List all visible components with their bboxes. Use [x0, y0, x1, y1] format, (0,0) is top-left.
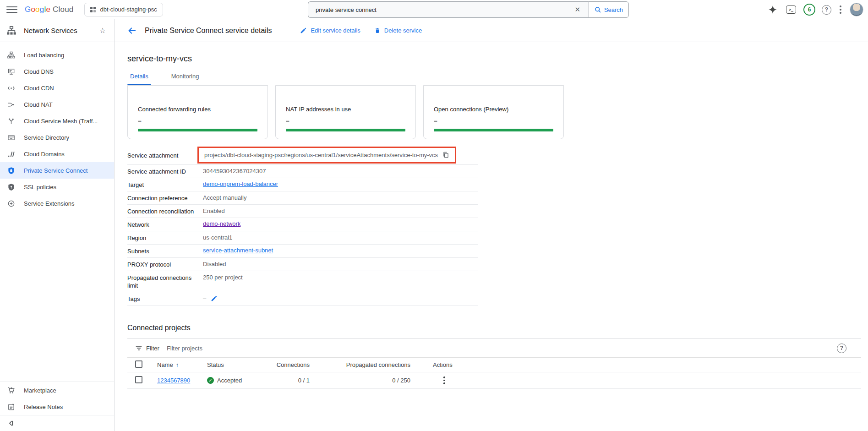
- marketplace-icon: [6, 387, 16, 394]
- column-header-name[interactable]: Name: [157, 361, 173, 368]
- gemini-icon[interactable]: [767, 4, 779, 16]
- sidebar-nav: Load balancing Cloud DNS Cloud CDN Cloud…: [0, 42, 114, 212]
- menu-icon[interactable]: [6, 4, 17, 15]
- service-attachment-value: projects/dbt-cloud-staging-psc/regions/u…: [204, 151, 438, 159]
- cloud-shell-icon[interactable]: >_: [785, 4, 797, 16]
- back-button[interactable]: [126, 24, 138, 37]
- sidebar-item-cloud-cdn[interactable]: Cloud CDN: [0, 80, 114, 96]
- collapse-sidebar-icon: [7, 420, 15, 427]
- search-input[interactable]: [316, 6, 571, 13]
- target-link[interactable]: demo-onprem-load-balancer: [203, 180, 278, 187]
- tab-monitoring[interactable]: Monitoring: [169, 73, 202, 85]
- detail-value: 3044593042367024307: [203, 167, 266, 175]
- detail-value: us-central1: [203, 234, 232, 241]
- page-title: Private Service Connect service details: [145, 27, 272, 35]
- detail-row-propagated-connections-limit: Propagated connections limit 250 per pro…: [127, 271, 478, 292]
- sidebar-item-cloud-service-mesh[interactable]: Cloud Service Mesh (Traff...: [0, 113, 114, 129]
- sidebar-item-label: Cloud Domains: [24, 151, 65, 158]
- detail-value: Enabled: [203, 207, 225, 215]
- sidebar-item-marketplace[interactable]: Marketplace: [0, 382, 114, 398]
- sort-ascending-icon[interactable]: ↑: [176, 362, 179, 368]
- sidebar-item-load-balancing[interactable]: Load balancing: [0, 47, 114, 63]
- load-balancing-icon: [6, 51, 16, 59]
- collapse-sidebar-button[interactable]: [0, 415, 114, 431]
- card-label: Open connections (Preview): [434, 106, 553, 113]
- avatar[interactable]: [850, 3, 863, 16]
- card-open-connections: Open connections (Preview) –: [423, 85, 564, 139]
- help-icon[interactable]: ?: [822, 5, 831, 15]
- row-actions-menu-icon[interactable]: [441, 374, 448, 387]
- service-name: service-to-my-vcs: [127, 54, 861, 64]
- column-header-actions: Actions: [410, 361, 861, 368]
- top-right-icons: >_ 6 ?: [767, 0, 863, 19]
- detail-row-target: Target demo-onprem-load-balancer: [127, 178, 478, 191]
- sidebar-item-ssl-policies[interactable]: SSL policies: [0, 179, 114, 195]
- detail-label: PROXY protocol: [127, 260, 203, 268]
- notifications-badge[interactable]: 6: [803, 4, 815, 16]
- project-link[interactable]: 1234567890: [157, 377, 190, 384]
- sidebar-item-label: Cloud NAT: [24, 101, 53, 108]
- network-services-icon: [6, 26, 16, 36]
- product-header: Network Services ☆: [0, 19, 115, 42]
- project-selector[interactable]: dbt-cloud-staging-psc: [84, 3, 163, 16]
- card-sparkline: [286, 129, 405, 131]
- row-checkbox[interactable]: [135, 376, 142, 383]
- ssl-policies-icon: [6, 183, 16, 191]
- select-all-checkbox[interactable]: [135, 360, 142, 368]
- delete-service-button[interactable]: Delete service: [374, 27, 422, 34]
- sidebar-item-release-notes[interactable]: Release Notes: [0, 398, 114, 415]
- sidebar-item-cloud-nat[interactable]: Cloud NAT: [0, 96, 114, 113]
- detail-value: 250 per project: [203, 273, 243, 281]
- detail-row-connection-reconciliation: Connection reconciliation Enabled: [127, 205, 478, 218]
- detail-label: Network: [127, 220, 203, 229]
- card-nat-ip-addresses: NAT IP addresses in use –: [275, 85, 416, 139]
- details-list: Service attachment projects/dbt-cloud-st…: [127, 146, 478, 306]
- network-link[interactable]: demo-network: [203, 220, 240, 227]
- table-help-icon[interactable]: ?: [837, 344, 846, 353]
- connected-projects-table: Name ↑ Status Connections Propagated con…: [127, 357, 861, 389]
- sidebar-item-private-service-connect[interactable]: Private Service Connect: [0, 162, 114, 179]
- card-connected-forwarding-rules: Connected forwarding rules –: [127, 85, 268, 139]
- clear-search-icon[interactable]: ✕: [571, 4, 584, 16]
- copy-icon[interactable]: [442, 152, 449, 158]
- favorite-star-icon[interactable]: ☆: [98, 26, 108, 35]
- tab-details[interactable]: Details: [127, 73, 151, 85]
- pencil-icon: [300, 27, 307, 34]
- service-extensions-icon: [6, 200, 16, 207]
- filter-projects-input[interactable]: [167, 345, 304, 352]
- column-header-connections[interactable]: Connections: [267, 361, 310, 368]
- sidebar-item-label: Cloud Service Mesh (Traff...: [24, 118, 98, 125]
- column-header-propagated-connections[interactable]: Propagated connections: [310, 361, 410, 368]
- subnet-link[interactable]: service-attachment-subnet: [203, 247, 273, 254]
- sidebar-item-label: Load balancing: [24, 52, 64, 59]
- private-service-connect-icon: [6, 167, 16, 175]
- detail-value: Accept manually: [203, 194, 246, 202]
- detail-label: Service attachment: [127, 151, 203, 159]
- cloud-domains-icon: [6, 150, 16, 158]
- search-button[interactable]: Search: [589, 1, 629, 18]
- logo-cloud-word: Cloud: [53, 5, 73, 14]
- sidebar-item-service-extensions[interactable]: Service Extensions: [0, 195, 114, 212]
- logo-letter: G: [25, 5, 31, 14]
- search-field[interactable]: ✕: [308, 1, 589, 18]
- logo-letter: o: [35, 5, 40, 14]
- delete-service-label: Delete service: [384, 27, 422, 34]
- status-label: Accepted: [217, 377, 242, 384]
- detail-label: Tags: [127, 295, 203, 303]
- sidebar-item-cloud-domains[interactable]: Cloud Domains: [0, 146, 114, 162]
- status-accepted-icon: ✓: [207, 377, 214, 384]
- filter-label: Filter: [146, 345, 159, 352]
- more-options-icon[interactable]: [838, 4, 843, 16]
- column-header-status[interactable]: Status: [201, 361, 267, 368]
- logo-letter: o: [31, 5, 35, 14]
- logo-letter: e: [46, 5, 50, 14]
- edit-service-details-button[interactable]: Edit service details: [300, 27, 360, 34]
- sidebar-item-label: Service Directory: [24, 134, 69, 141]
- sidebar-item-label: Private Service Connect: [24, 167, 87, 174]
- sidebar-item-cloud-dns[interactable]: Cloud DNS: [0, 63, 114, 80]
- edit-tags-icon[interactable]: [211, 295, 218, 302]
- detail-row-tags: Tags –: [127, 292, 478, 306]
- sidebar-item-service-directory[interactable]: Service Directory: [0, 129, 114, 146]
- card-sparkline: [434, 129, 553, 131]
- card-value: –: [434, 117, 553, 125]
